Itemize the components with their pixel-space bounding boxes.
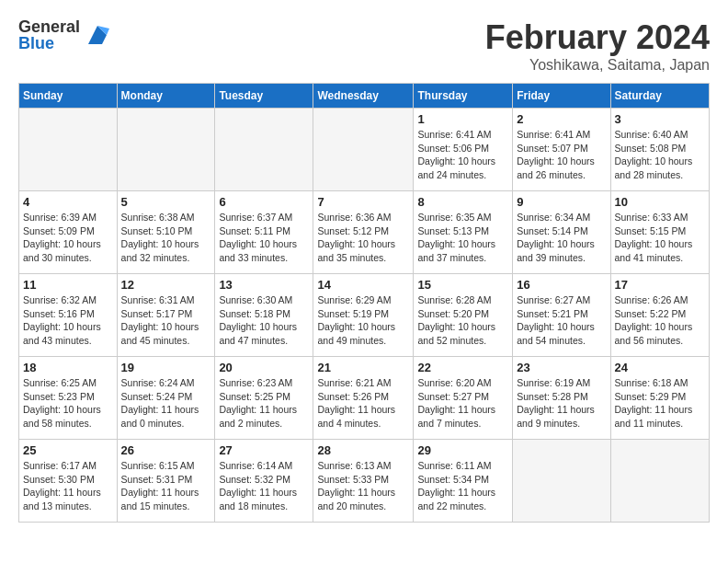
day-info: Sunrise: 6:20 AMSunset: 5:27 PMDaylight:…: [417, 376, 508, 431]
day-info: Sunrise: 6:38 AMSunset: 5:10 PMDaylight:…: [121, 211, 211, 265]
day-info: Sunrise: 6:28 AMSunset: 5:20 PMDaylight:…: [417, 293, 508, 348]
calendar-header-row: SundayMondayTuesdayWednesdayThursdayFrid…: [19, 84, 710, 109]
day-number: 25: [23, 443, 113, 457]
calendar-table: SundayMondayTuesdayWednesdayThursdayFrid…: [18, 83, 710, 523]
day-number: 12: [121, 278, 211, 292]
day-number: 11: [23, 278, 113, 292]
column-header-sunday: Sunday: [19, 84, 118, 109]
calendar-cell: 4Sunrise: 6:39 AMSunset: 5:09 PMDaylight…: [19, 191, 118, 274]
calendar-cell: 9Sunrise: 6:34 AMSunset: 5:14 PMDaylight…: [513, 191, 610, 274]
column-header-tuesday: Tuesday: [215, 84, 313, 109]
day-number: 13: [219, 278, 309, 292]
day-info: Sunrise: 6:11 AMSunset: 5:34 PMDaylight:…: [417, 459, 508, 513]
day-number: 20: [219, 361, 309, 374]
day-number: 24: [615, 361, 705, 374]
calendar-cell: 11Sunrise: 6:32 AMSunset: 5:16 PMDayligh…: [19, 274, 118, 357]
calendar-cell: 19Sunrise: 6:24 AMSunset: 5:24 PMDayligh…: [117, 357, 215, 440]
calendar-cell: [513, 440, 610, 523]
day-info: Sunrise: 6:39 AMSunset: 5:09 PMDaylight:…: [23, 211, 113, 265]
day-number: 9: [517, 195, 606, 209]
day-number: 7: [317, 195, 409, 209]
day-number: 6: [219, 195, 309, 209]
day-info: Sunrise: 6:30 AMSunset: 5:18 PMDaylight:…: [219, 293, 309, 348]
calendar-cell: 1Sunrise: 6:41 AMSunset: 5:06 PMDaylight…: [414, 109, 513, 191]
day-info: Sunrise: 6:21 AMSunset: 5:26 PMDaylight:…: [317, 376, 409, 431]
day-info: Sunrise: 6:19 AMSunset: 5:28 PMDaylight:…: [517, 376, 606, 431]
day-info: Sunrise: 6:41 AMSunset: 5:07 PMDaylight:…: [517, 128, 606, 182]
column-header-wednesday: Wednesday: [313, 84, 414, 109]
day-info: Sunrise: 6:18 AMSunset: 5:29 PMDaylight:…: [615, 376, 705, 431]
calendar-cell: 3Sunrise: 6:40 AMSunset: 5:08 PMDaylight…: [610, 109, 709, 191]
column-header-saturday: Saturday: [610, 84, 709, 109]
calendar-cell: [313, 109, 414, 191]
day-number: 8: [417, 195, 508, 209]
day-info: Sunrise: 6:15 AMSunset: 5:31 PMDaylight:…: [121, 459, 211, 513]
calendar-cell: 28Sunrise: 6:13 AMSunset: 5:33 PMDayligh…: [313, 440, 414, 523]
calendar-cell: 13Sunrise: 6:30 AMSunset: 5:18 PMDayligh…: [215, 274, 313, 357]
calendar-cell: 10Sunrise: 6:33 AMSunset: 5:15 PMDayligh…: [610, 191, 709, 274]
calendar-cell: [215, 109, 313, 191]
day-number: 16: [517, 278, 606, 292]
day-info: Sunrise: 6:36 AMSunset: 5:12 PMDaylight:…: [317, 211, 409, 265]
calendar-cell: [117, 109, 215, 191]
calendar-cell: 24Sunrise: 6:18 AMSunset: 5:29 PMDayligh…: [610, 357, 709, 440]
calendar-week-4: 18Sunrise: 6:25 AMSunset: 5:23 PMDayligh…: [19, 357, 710, 440]
calendar-cell: 26Sunrise: 6:15 AMSunset: 5:31 PMDayligh…: [117, 440, 215, 523]
day-info: Sunrise: 6:17 AMSunset: 5:30 PMDaylight:…: [23, 459, 113, 513]
day-info: Sunrise: 6:25 AMSunset: 5:23 PMDaylight:…: [23, 376, 113, 431]
month-title: February 2024: [485, 18, 710, 57]
day-info: Sunrise: 6:13 AMSunset: 5:33 PMDaylight:…: [317, 459, 409, 513]
calendar-week-1: 1Sunrise: 6:41 AMSunset: 5:06 PMDaylight…: [19, 109, 710, 191]
day-info: Sunrise: 6:37 AMSunset: 5:11 PMDaylight:…: [219, 211, 309, 265]
calendar-cell: 29Sunrise: 6:11 AMSunset: 5:34 PMDayligh…: [414, 440, 513, 523]
column-header-thursday: Thursday: [414, 84, 513, 109]
column-header-monday: Monday: [117, 84, 215, 109]
location-title: Yoshikawa, Saitama, Japan: [485, 57, 710, 74]
calendar-week-2: 4Sunrise: 6:39 AMSunset: 5:09 PMDaylight…: [19, 191, 710, 274]
day-info: Sunrise: 6:23 AMSunset: 5:25 PMDaylight:…: [219, 376, 309, 431]
day-info: Sunrise: 6:34 AMSunset: 5:14 PMDaylight:…: [517, 211, 606, 265]
day-number: 15: [417, 278, 508, 292]
day-info: Sunrise: 6:29 AMSunset: 5:19 PMDaylight:…: [317, 293, 409, 348]
calendar-cell: 22Sunrise: 6:20 AMSunset: 5:27 PMDayligh…: [414, 357, 513, 440]
calendar-week-5: 25Sunrise: 6:17 AMSunset: 5:30 PMDayligh…: [19, 440, 710, 523]
day-number: 27: [219, 443, 309, 457]
calendar-cell: 18Sunrise: 6:25 AMSunset: 5:23 PMDayligh…: [19, 357, 118, 440]
calendar-cell: 25Sunrise: 6:17 AMSunset: 5:30 PMDayligh…: [19, 440, 118, 523]
calendar-cell: [610, 440, 709, 523]
logo-blue-text: Blue: [18, 35, 80, 52]
column-header-friday: Friday: [513, 84, 610, 109]
day-info: Sunrise: 6:26 AMSunset: 5:22 PMDaylight:…: [615, 293, 705, 348]
day-number: 19: [121, 361, 211, 374]
day-info: Sunrise: 6:32 AMSunset: 5:16 PMDaylight:…: [23, 293, 113, 348]
calendar-cell: 21Sunrise: 6:21 AMSunset: 5:26 PMDayligh…: [313, 357, 414, 440]
day-info: Sunrise: 6:33 AMSunset: 5:15 PMDaylight:…: [615, 211, 705, 265]
day-info: Sunrise: 6:40 AMSunset: 5:08 PMDaylight:…: [615, 128, 705, 182]
day-number: 26: [121, 443, 211, 457]
day-number: 22: [417, 361, 508, 374]
logo: General Blue: [18, 18, 111, 52]
calendar-cell: 6Sunrise: 6:37 AMSunset: 5:11 PMDaylight…: [215, 191, 313, 274]
day-number: 3: [615, 112, 705, 126]
calendar-cell: 2Sunrise: 6:41 AMSunset: 5:07 PMDaylight…: [513, 109, 610, 191]
day-info: Sunrise: 6:14 AMSunset: 5:32 PMDaylight:…: [219, 459, 309, 513]
day-number: 17: [615, 278, 705, 292]
calendar-cell: 15Sunrise: 6:28 AMSunset: 5:20 PMDayligh…: [414, 274, 513, 357]
calendar-cell: 12Sunrise: 6:31 AMSunset: 5:17 PMDayligh…: [117, 274, 215, 357]
calendar-cell: 23Sunrise: 6:19 AMSunset: 5:28 PMDayligh…: [513, 357, 610, 440]
calendar-cell: 20Sunrise: 6:23 AMSunset: 5:25 PMDayligh…: [215, 357, 313, 440]
title-section: February 2024 Yoshikawa, Saitama, Japan: [485, 18, 710, 74]
calendar-cell: 17Sunrise: 6:26 AMSunset: 5:22 PMDayligh…: [610, 274, 709, 357]
day-info: Sunrise: 6:24 AMSunset: 5:24 PMDaylight:…: [121, 376, 211, 431]
day-number: 29: [417, 443, 508, 457]
calendar-cell: 5Sunrise: 6:38 AMSunset: 5:10 PMDaylight…: [117, 191, 215, 274]
day-number: 10: [615, 195, 705, 209]
calendar-cell: [19, 109, 118, 191]
day-info: Sunrise: 6:27 AMSunset: 5:21 PMDaylight:…: [517, 293, 606, 348]
day-number: 2: [517, 112, 606, 126]
header: General Blue February 2024 Yoshikawa, Sa…: [18, 18, 710, 74]
day-number: 18: [23, 361, 113, 374]
calendar-cell: 7Sunrise: 6:36 AMSunset: 5:12 PMDaylight…: [313, 191, 414, 274]
calendar-cell: 16Sunrise: 6:27 AMSunset: 5:21 PMDayligh…: [513, 274, 610, 357]
logo-icon: [84, 21, 111, 49]
